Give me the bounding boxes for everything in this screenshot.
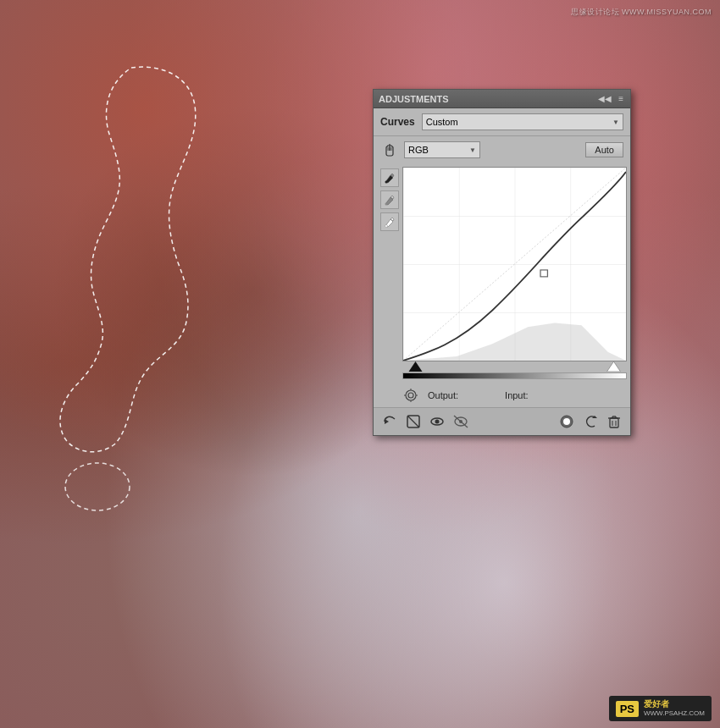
eyedropper-white-tool[interactable] [380, 212, 399, 231]
adjustments-panel: ADJUSTMENTS ◀◀ ≡ Curves Custom ▼ RGB ▼ A… [373, 89, 631, 436]
delete-button[interactable] [605, 412, 623, 431]
curve-area [374, 163, 630, 383]
curve-tools [380, 167, 399, 380]
panel-collapse-button[interactable]: ◀◀ [596, 94, 613, 103]
channel-dropdown-arrow: ▼ [469, 146, 476, 154]
watermark-top: 思缘设计论坛 WWW.MISSYUAN.COM [571, 7, 712, 18]
panel-controls: ◀◀ ≡ [596, 94, 625, 103]
finger-tool-icon[interactable] [380, 141, 399, 159]
watermark-bottom: PS 爱好者 WWW.PSAHZ.COM [609, 696, 712, 721]
input-label: Input: [505, 390, 529, 400]
svg-point-1 [385, 181, 388, 184]
panel-header: Curves Custom ▼ [374, 108, 630, 136]
svg-point-10 [406, 390, 416, 400]
mask-button[interactable] [557, 412, 576, 431]
panel-titlebar: ADJUSTMENTS ◀◀ ≡ [374, 90, 630, 108]
preset-dropdown-arrow: ▼ [612, 119, 619, 126]
ps-text: 爱好者 [644, 699, 705, 709]
svg-marker-9 [607, 361, 621, 372]
toolbar-left [380, 412, 470, 431]
refresh-button[interactable] [581, 412, 600, 431]
svg-rect-7 [540, 270, 547, 277]
svg-marker-8 [409, 361, 423, 372]
panel-title: ADJUSTMENTS [379, 94, 449, 104]
svg-point-3 [385, 225, 388, 228]
target-icon [402, 387, 419, 404]
svg-point-11 [408, 393, 413, 398]
visibility-button[interactable] [428, 412, 446, 431]
preset-value: Custom [426, 117, 458, 127]
channel-value: RGB [408, 145, 429, 155]
toolbar-right [557, 412, 623, 431]
svg-rect-27 [610, 418, 618, 427]
curves-label: Curves [380, 116, 415, 128]
svg-point-25 [563, 418, 570, 425]
eyedropper-black-tool[interactable] [380, 168, 399, 187]
channel-dropdown[interactable]: RGB ▼ [404, 141, 480, 158]
svg-point-0 [65, 463, 130, 510]
svg-marker-16 [385, 419, 389, 424]
curve-graph[interactable] [402, 167, 627, 361]
svg-line-18 [407, 416, 419, 427]
auto-button[interactable]: Auto [585, 142, 623, 157]
preset-dropdown[interactable]: Custom ▼ [422, 113, 623, 130]
bottom-toolbar [374, 407, 630, 435]
ps-logo: PS [616, 701, 639, 717]
output-input-row: Output: Input: [374, 383, 630, 407]
channel-row: RGB ▼ Auto [374, 136, 630, 163]
ps-url: WWW.PSAHZ.COM [644, 709, 705, 718]
panel-menu-button[interactable]: ≡ [617, 94, 625, 103]
eye-view-button[interactable] [451, 412, 470, 431]
svg-point-2 [385, 203, 388, 206]
reset-button[interactable] [404, 412, 423, 431]
undo-button[interactable] [380, 412, 399, 431]
output-label: Output: [428, 390, 458, 400]
selection-outline [51, 51, 220, 516]
eyedropper-gray-tool[interactable] [380, 190, 399, 209]
svg-point-20 [435, 420, 440, 424]
